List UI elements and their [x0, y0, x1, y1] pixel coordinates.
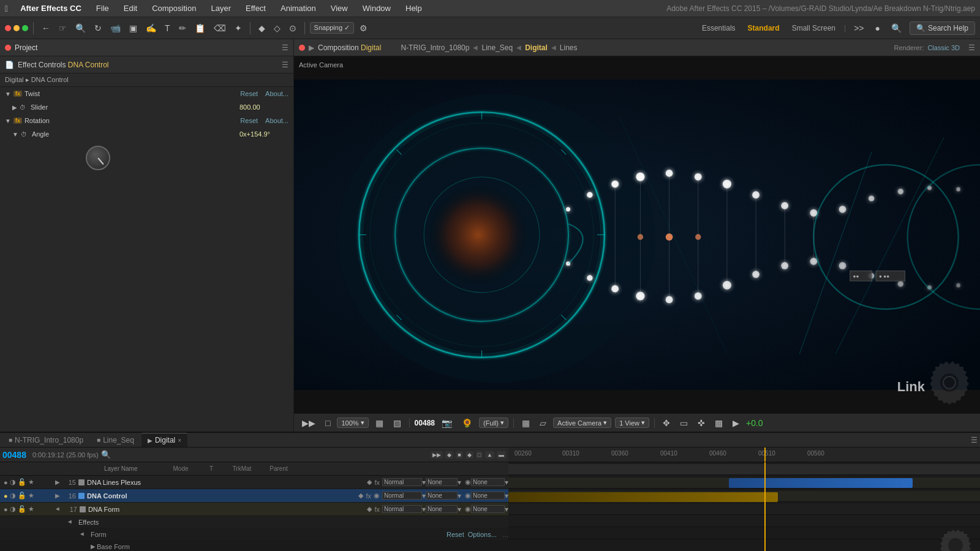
puppet-tool-btn[interactable]: ✦ — [232, 21, 245, 35]
viewport-toggle-btn[interactable]: □ — [322, 416, 333, 430]
parent-select-17[interactable]: None — [471, 505, 505, 513]
menu-item-help[interactable]: Help — [403, 2, 424, 14]
comp-nav-lines[interactable]: Lines — [560, 43, 578, 52]
snap-view-btn[interactable]: ▧ — [390, 416, 404, 430]
rotation-expand-arrow[interactable]: ▼ — [5, 118, 11, 124]
menu-item-composition[interactable]: Composition — [149, 2, 198, 14]
tl-ctrl-btn2[interactable]: ◆ — [445, 451, 453, 459]
form-reset-btn[interactable]: Reset — [447, 531, 464, 538]
lock-icon-15[interactable]: 🔓 — [18, 478, 26, 486]
solo-icon-16[interactable]: ● — [4, 492, 8, 500]
form-expand-arrow[interactable]: ▼ — [79, 531, 86, 538]
expand-arrow-16[interactable]: ▶ — [55, 492, 60, 499]
comp-nav-lineseq[interactable]: Line_Seq — [481, 43, 513, 52]
tl-ctrl-btn5[interactable]: □ — [476, 451, 483, 459]
rect-tool-btn[interactable]: ▣ — [126, 21, 140, 35]
menu-item-animation[interactable]: Animation — [278, 2, 318, 14]
clone-tool-btn[interactable]: 📋 — [192, 21, 208, 35]
paint-tool-btn[interactable]: ✏ — [176, 21, 189, 35]
fx-icon-16[interactable]: fx — [366, 492, 371, 500]
trikmat-select-16[interactable]: None — [426, 492, 458, 500]
play-region-btn[interactable]: ▶▶ — [299, 416, 318, 430]
quality-icon-15[interactable]: ★ — [28, 478, 34, 486]
comp-nav-digital[interactable]: Digital — [525, 43, 548, 52]
pen-tool-btn[interactable]: ✍ — [143, 21, 159, 35]
reset-exposure-btn[interactable]: ▶ — [729, 416, 742, 430]
eye-icon-15[interactable]: ◑ — [10, 478, 16, 486]
layer-shy-15[interactable]: ◆ — [367, 478, 372, 486]
recorder-btn[interactable]: ● — [872, 21, 883, 35]
color-grade-btn[interactable]: 🌻 — [459, 416, 475, 430]
menu-item-layer[interactable]: Layer — [208, 2, 233, 14]
mode-select-16[interactable]: Normal — [382, 492, 422, 500]
menu-item-view[interactable]: View — [328, 2, 350, 14]
mode-select-17[interactable]: Normal — [382, 505, 422, 513]
form-row[interactable]: ▼ Form Reset Options... ... — [0, 528, 508, 541]
expand-arrow-17[interactable]: ▼ — [55, 506, 61, 512]
form-options-btn[interactable]: Options... — [468, 531, 497, 538]
blend-icon-16[interactable]: ◉ — [374, 492, 380, 500]
select-tool-btn[interactable]: ← — [39, 21, 53, 35]
expand-arrow-15[interactable]: ▶ — [55, 479, 60, 485]
tab-ntrig[interactable]: ■ N-TRIG_Intro_1080p — [2, 433, 89, 447]
viewport-timecode[interactable]: 00488 — [415, 419, 435, 427]
eye-icon-16[interactable]: ◑ — [10, 492, 16, 500]
3d-overlay-btn[interactable]: ▩ — [712, 416, 726, 430]
text-tool-btn[interactable]: T — [162, 21, 173, 35]
eraser-tool-btn[interactable]: ⌫ — [211, 21, 229, 35]
base-form-row[interactable]: ▶ Base Form — [0, 541, 508, 551]
track-ruler[interactable]: 00260 00310 00360 00410 00460 00510 0056… — [508, 448, 980, 462]
window-minimize-btn[interactable] — [13, 25, 20, 31]
zoom-tool-btn[interactable]: 🔍 — [72, 21, 89, 35]
snapping-btn[interactable]: Snapping ✓ — [310, 22, 355, 34]
layer-shy-17[interactable]: ◆ — [367, 505, 372, 513]
workspace-smallscreen-btn[interactable]: Small Screen — [788, 23, 839, 34]
menu-item-effect[interactable]: Effect — [243, 2, 268, 14]
eye-icon-17[interactable]: ◑ — [10, 505, 16, 513]
table-row[interactable]: ● ◑ 🔓 ★ ▶ 16 DNA Control ◆ fx ◉ Normal ▾… — [0, 489, 508, 503]
twist-expand-arrow[interactable]: ▼ — [5, 91, 11, 97]
angle-expand-arrow[interactable]: ▼ — [12, 131, 18, 138]
tab-digital[interactable]: ▶ Digital × — [141, 433, 187, 447]
fit-view-btn[interactable]: ▦ — [372, 416, 386, 430]
project-close-btn[interactable] — [5, 45, 11, 51]
trikmat-select-17[interactable]: None — [426, 505, 458, 513]
twist-about-btn[interactable]: About... — [265, 90, 288, 97]
track-playhead[interactable] — [764, 448, 766, 462]
menu-item-file[interactable]: File — [94, 2, 111, 14]
slider-value[interactable]: 800.00 — [239, 103, 288, 111]
table-row[interactable]: ● ◑ 🔓 ★ ▼ 17 DNA Form ◆ fx Normal ▾ None — [0, 503, 508, 516]
transparency-btn[interactable]: ▦ — [519, 416, 533, 430]
effect-twist-row[interactable]: ▼ fx Twist Reset About... — [0, 87, 293, 100]
project-panel-menu-icon[interactable]: ☰ — [282, 43, 288, 52]
base-form-expand-arrow[interactable]: ▶ — [91, 543, 96, 550]
3d-snap-btn[interactable]: ✜ — [695, 416, 708, 430]
tl-ctrl-btn6[interactable]: ▲ — [485, 451, 494, 459]
twist-reset-btn[interactable]: Reset — [240, 90, 258, 97]
camera-btn[interactable]: 📷 — [439, 416, 455, 430]
tl-ctrl-btn3[interactable]: ■ — [456, 451, 462, 459]
menu-item-edit[interactable]: Edit — [121, 2, 140, 14]
solo-icon-15[interactable]: ● — [4, 479, 8, 486]
effects-row[interactable]: ▼ Effects — [0, 516, 508, 528]
effect-controls-menu-icon[interactable]: ☰ — [282, 61, 288, 69]
quality-icon-17[interactable]: ★ — [28, 505, 34, 513]
search-help-btn[interactable]: 🔍 Search Help — [910, 21, 975, 35]
quality-icon-16[interactable]: ★ — [28, 492, 34, 500]
workspace-standard-btn[interactable]: Standard — [744, 23, 783, 34]
tl-ctrl-btn4[interactable]: ◆ — [466, 451, 473, 459]
rotation-tool-btn[interactable]: ↻ — [91, 21, 105, 35]
lock-icon-16[interactable]: 🔓 — [18, 492, 26, 500]
timeline-timecode[interactable]: 00488 — [2, 450, 26, 460]
apple-logo-icon[interactable]:  — [5, 4, 8, 13]
view-options-btn[interactable]: ▱ — [537, 416, 549, 430]
angle-value[interactable]: 0x+154.9° — [239, 130, 288, 138]
track-bar-17-fg[interactable] — [508, 492, 778, 502]
view-btn[interactable]: Active Camera ▾ — [553, 418, 611, 428]
hand-tool-btn[interactable]: ☞ — [56, 21, 70, 35]
comp-menu-icon[interactable]: ☰ — [968, 43, 975, 52]
fx-icon-17[interactable]: fx — [374, 506, 380, 513]
snap-options-btn[interactable]: ⚙ — [356, 21, 371, 35]
rot-tool-btn[interactable]: ⊙ — [286, 21, 300, 35]
menu-item-window[interactable]: Window — [360, 2, 393, 14]
